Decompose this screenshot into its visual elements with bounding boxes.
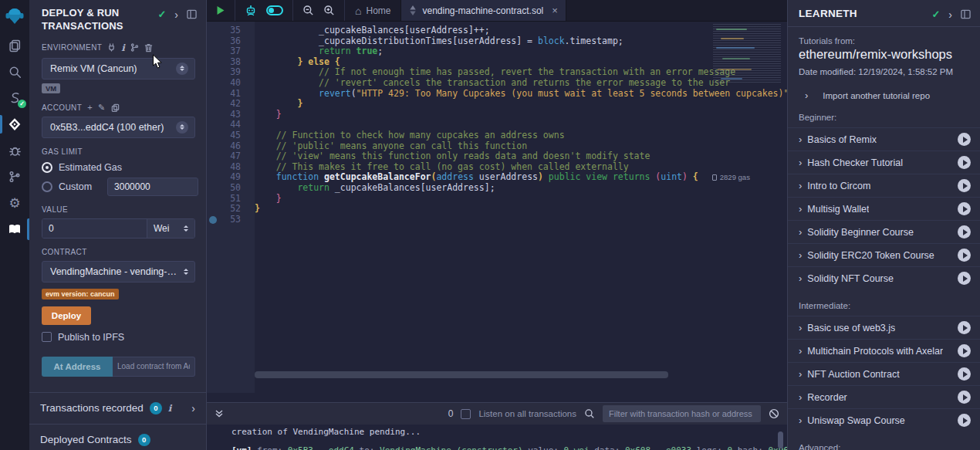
- play-tutorial-button[interactable]: [958, 272, 971, 285]
- play-tutorial-button[interactable]: [958, 225, 971, 239]
- copilot-toggle[interactable]: [266, 5, 283, 15]
- breakpoint-margin[interactable]: [207, 36, 219, 47]
- line-number[interactable]: 38: [219, 57, 241, 68]
- terminal-scrollbar[interactable]: [778, 431, 783, 448]
- line-number[interactable]: 35: [219, 25, 241, 36]
- expand-terminal-icon[interactable]: [215, 409, 224, 418]
- copy-icon[interactable]: [111, 103, 120, 112]
- horizontal-scrollbar[interactable]: [255, 371, 668, 378]
- breakpoint-margin[interactable]: [207, 151, 219, 162]
- breakpoint-margin[interactable]: [207, 183, 219, 194]
- estimated-gas-radio[interactable]: Estimated Gas: [29, 156, 206, 173]
- publish-ipfs-checkbox[interactable]: [42, 332, 52, 342]
- settings-icon[interactable]: ⚙: [0, 190, 29, 216]
- breakpoint-margin[interactable]: [207, 25, 219, 36]
- line-number[interactable]: 43: [219, 110, 241, 120]
- tutorial-item[interactable]: ›NFT Auction Contract: [788, 362, 980, 385]
- line-number[interactable]: 39: [219, 67, 241, 78]
- play-tutorial-button[interactable]: [958, 156, 971, 169]
- tutorial-item[interactable]: ›Solidity Beginner Course: [788, 220, 980, 243]
- account-select[interactable]: 0x5B3...eddC4 (100 ether): [42, 117, 195, 138]
- tutorial-item[interactable]: ›Basic use of web3.js: [788, 316, 980, 339]
- at-address-input[interactable]: [113, 357, 195, 377]
- add-account-icon[interactable]: +: [87, 103, 93, 111]
- breakpoint-margin[interactable]: [207, 46, 219, 57]
- solidity-compiler-icon[interactable]: ✓: [0, 85, 29, 111]
- breakpoint-margin[interactable]: [207, 204, 219, 215]
- pin-panel-icon[interactable]: [961, 9, 971, 19]
- line-number[interactable]: 42: [219, 99, 241, 110]
- breakpoint-margin[interactable]: [207, 110, 219, 120]
- terminal-body[interactable]: creation of VendingMachine pending...[vm…: [207, 425, 787, 450]
- play-tutorial-button[interactable]: [958, 414, 971, 427]
- code-editor[interactable]: 35 _cupcakeBalances[userAddress]++;36 _c…: [207, 22, 787, 393]
- line-number[interactable]: 47: [219, 151, 241, 162]
- zoom-in-icon[interactable]: [323, 5, 335, 16]
- line-number[interactable]: 41: [219, 89, 241, 100]
- info-icon[interactable]: i: [121, 42, 125, 53]
- play-tutorial-button[interactable]: [958, 391, 971, 404]
- breakpoint-margin[interactable]: [207, 67, 219, 78]
- breakpoint-margin[interactable]: [207, 130, 219, 141]
- breakpoint-margin[interactable]: [207, 215, 219, 225]
- play-tutorial-button[interactable]: [958, 249, 971, 262]
- line-number[interactable]: 50: [219, 183, 241, 194]
- custom-gas-input[interactable]: [107, 178, 198, 196]
- breakpoint-margin[interactable]: [207, 89, 219, 100]
- chevron-right-icon[interactable]: ›: [174, 10, 178, 19]
- tutorial-item[interactable]: ›Solidity ERC20 Token Course: [788, 243, 980, 266]
- play-tutorial-button[interactable]: [958, 344, 971, 357]
- contract-select[interactable]: VendingMachine - vending-machin: [42, 261, 195, 283]
- tutorial-item[interactable]: ›Basics of Remix: [788, 127, 980, 151]
- listen-all-checkbox[interactable]: [461, 409, 471, 419]
- environment-select[interactable]: Remix VM (Cancun): [42, 58, 195, 80]
- line-number[interactable]: 37: [219, 46, 241, 57]
- debugger-icon[interactable]: [0, 137, 29, 164]
- tutorial-item[interactable]: ›Intro to Circom: [788, 174, 980, 197]
- fork-icon[interactable]: [130, 43, 139, 52]
- line-number[interactable]: 53: [219, 215, 241, 225]
- file-explorer-icon[interactable]: [0, 32, 29, 59]
- line-number[interactable]: 49: [219, 172, 241, 183]
- value-input[interactable]: [42, 219, 147, 238]
- deployed-contracts-row[interactable]: Deployed Contracts 0: [29, 425, 206, 450]
- chevron-right-icon[interactable]: ›: [948, 10, 952, 19]
- tab-home[interactable]: ⌂ Home: [345, 0, 400, 21]
- chevron-right-icon[interactable]: ›: [191, 402, 195, 414]
- clear-terminal-icon[interactable]: [769, 408, 779, 419]
- line-number[interactable]: 45: [219, 130, 241, 141]
- tutorial-item[interactable]: ›Multichain Protocols with Axelar: [788, 339, 980, 362]
- plug-icon[interactable]: [107, 43, 116, 52]
- remix-logo-icon[interactable]: [0, 0, 29, 32]
- breakpoint-margin[interactable]: [207, 57, 219, 68]
- line-number[interactable]: 44: [219, 120, 241, 130]
- transactions-recorded-row[interactable]: Transactions recorded 0 i ›: [29, 393, 206, 425]
- search-icon[interactable]: [0, 59, 29, 85]
- deploy-button[interactable]: Deploy: [42, 306, 91, 325]
- pin-panel-icon[interactable]: [187, 9, 197, 19]
- trash-icon[interactable]: [144, 43, 153, 52]
- close-tab-icon[interactable]: ×: [552, 5, 558, 16]
- search-icon[interactable]: [584, 408, 595, 419]
- play-tutorial-button[interactable]: [958, 179, 971, 192]
- value-unit-select[interactable]: Wei: [147, 219, 194, 238]
- tutorial-item[interactable]: ›Solidity NFT Course: [788, 266, 980, 289]
- breakpoint-margin[interactable]: [207, 162, 219, 173]
- zoom-out-icon[interactable]: [302, 5, 314, 16]
- edit-icon[interactable]: ✎: [98, 103, 106, 111]
- tutorial-item[interactable]: ›Recorder: [788, 385, 980, 408]
- breakpoint-margin[interactable]: [207, 141, 219, 152]
- tutorial-item[interactable]: ›Multisig Wallet: [788, 197, 980, 220]
- learneth-plugin-icon[interactable]: [0, 216, 29, 242]
- custom-gas-radio[interactable]: Custom: [29, 173, 206, 196]
- line-number[interactable]: 52: [219, 204, 241, 215]
- play-tutorial-button[interactable]: [958, 321, 971, 334]
- git-icon[interactable]: [0, 164, 29, 190]
- line-number[interactable]: 40: [219, 78, 241, 89]
- at-address-button[interactable]: At Address: [42, 357, 113, 377]
- breakpoint-margin[interactable]: [207, 120, 219, 130]
- minimap[interactable]: [713, 24, 781, 84]
- line-number[interactable]: 48: [219, 162, 241, 173]
- tutorial-item[interactable]: ›Uniswap Swap Course: [788, 408, 980, 431]
- deploy-run-icon[interactable]: [0, 111, 29, 137]
